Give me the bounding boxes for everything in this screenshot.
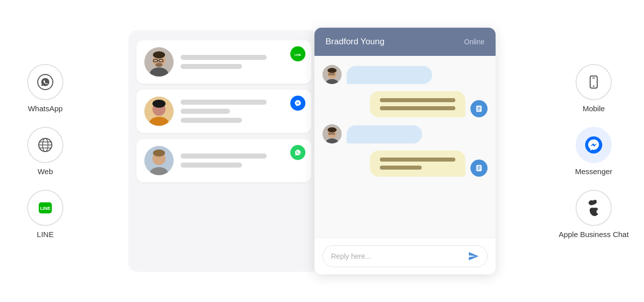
chat-contact-name: Bradford Young [326, 37, 384, 47]
name-bar [181, 100, 267, 105]
svg-point-21 [152, 100, 166, 108]
whatsapp-label: WhatsApp [28, 104, 62, 113]
svg-point-27 [153, 149, 165, 157]
avatar [144, 97, 174, 126]
messenger-label: Messenger [575, 167, 612, 176]
send-icon[interactable] [468, 251, 479, 262]
bubble-line [380, 106, 455, 110]
message-bar [181, 109, 230, 114]
line-icon-circle: LINE [27, 190, 63, 226]
center-area: LINE [80, 28, 543, 274]
chat-body [314, 56, 496, 238]
messenger-icon-circle [576, 127, 612, 163]
chat-row-received-2 [323, 124, 488, 143]
sidebar-item-apple-business-chat[interactable]: Apple Business Chat [558, 190, 628, 239]
chat-avatar [323, 124, 342, 143]
reply-placeholder: Reply here... [331, 252, 371, 260]
left-sidebar: WhatsApp Web LINE [0, 64, 80, 239]
messenger-badge [290, 96, 305, 111]
mobile-label: Mobile [583, 104, 605, 113]
chat-bubble-received [347, 66, 432, 84]
chat-footer: Reply here... [314, 238, 496, 274]
avatar [144, 146, 174, 175]
right-sidebar: Mobile Messenger Apple Business Chat [543, 64, 644, 239]
whatsapp-icon [37, 73, 54, 91]
mobile-icon [585, 73, 602, 91]
name-bar [181, 55, 267, 60]
avatar [144, 47, 174, 77]
sidebar-item-web[interactable]: Web [27, 127, 63, 176]
svg-point-15 [155, 63, 163, 67]
svg-point-54 [585, 136, 602, 154]
sidebar-item-mobile[interactable]: Mobile [576, 64, 612, 113]
sidebar-item-whatsapp[interactable]: WhatsApp [27, 64, 63, 113]
chat-panel: Bradford Young Online [314, 28, 496, 274]
svg-point-11 [153, 51, 165, 58]
chat-row-sent-1 [323, 91, 488, 117]
svg-point-43 [328, 127, 337, 132]
apple-icon-circle [576, 190, 612, 226]
line-label: LINE [37, 230, 53, 239]
bubble-line [380, 98, 455, 102]
chat-avatar [323, 65, 342, 84]
list-item[interactable]: LINE [136, 40, 311, 84]
svg-text:LINE: LINE [294, 53, 301, 56]
message-bar [181, 64, 242, 69]
chat-bubble-sent [370, 91, 465, 117]
message-bar-2 [181, 118, 242, 123]
bubble-line [380, 158, 455, 162]
list-panel: LINE [128, 30, 319, 272]
reply-input-box[interactable]: Reply here... [323, 245, 488, 267]
agent-icon [470, 160, 488, 177]
apple-icon [585, 199, 602, 216]
list-item-content [181, 55, 303, 69]
web-label: Web [38, 167, 53, 176]
svg-text:LINE: LINE [40, 206, 51, 211]
svg-point-23 [293, 98, 303, 108]
name-bar [181, 154, 267, 159]
list-item-content [181, 100, 303, 123]
agent-icon [470, 100, 488, 117]
chat-status: Online [464, 38, 485, 46]
line-badge: LINE [290, 46, 305, 61]
bubble-line [380, 166, 422, 170]
message-bar [181, 163, 242, 168]
chat-row-received-1 [323, 65, 488, 84]
chat-bubble-sent [370, 150, 465, 177]
list-item[interactable] [136, 90, 311, 133]
chat-header: Bradford Young Online [314, 28, 496, 56]
svg-point-52 [593, 85, 595, 87]
web-icon-circle [27, 127, 63, 163]
list-item[interactable] [136, 139, 311, 182]
messenger-icon [585, 136, 602, 154]
whatsapp-icon-circle [27, 64, 63, 100]
list-item-content [181, 154, 303, 168]
chat-row-sent-2 [323, 150, 488, 177]
line-icon: LINE [37, 199, 54, 216]
mobile-icon-circle [576, 64, 612, 100]
whatsapp-badge [290, 145, 305, 160]
sidebar-item-messenger[interactable]: Messenger [575, 127, 612, 176]
svg-point-32 [328, 68, 337, 73]
web-icon [37, 136, 54, 154]
apple-business-chat-label: Apple Business Chat [558, 230, 628, 239]
main-container: WhatsApp Web LINE [0, 0, 644, 302]
sidebar-item-line[interactable]: LINE LINE [27, 190, 63, 239]
chat-bubble-received [347, 125, 422, 143]
